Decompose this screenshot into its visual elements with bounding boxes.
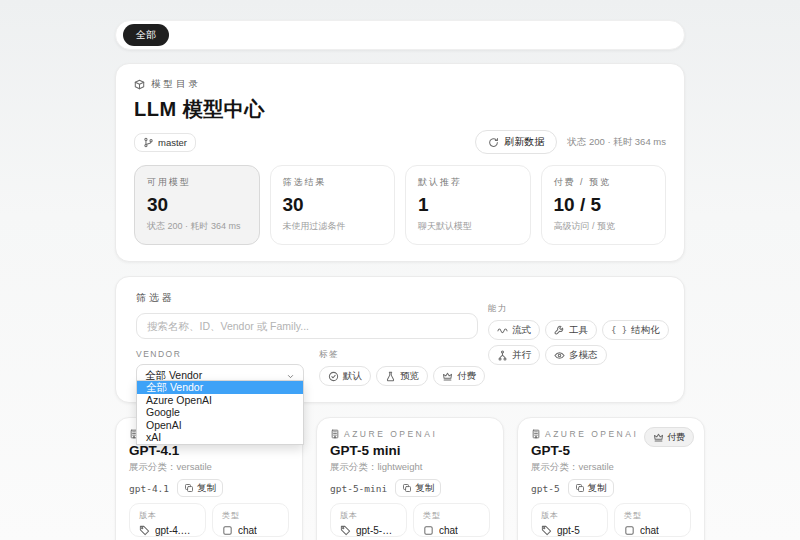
copy-label: 复制 [197,482,216,495]
flask-icon [385,371,396,382]
stat-value: 1 [418,194,518,216]
tag-icon [541,525,552,536]
fork-icon [497,350,508,361]
stat-label: 可用模型 [147,176,247,189]
square-icon [423,525,434,536]
field-value: gpt-5-mini [340,525,397,536]
field-value: gpt-4.1-2025-... [139,525,196,536]
chip-label: 预览 [400,370,419,383]
capabilities-label: 能力 [488,303,678,315]
model-id: gpt-5-mini [330,483,387,494]
model-display-category: 展示分类：versatile [129,461,289,474]
catalog-eyebrow: 模型目录 [134,78,666,91]
chip-label: 付费 [457,370,476,383]
stat-label: 付费 / 预览 [554,176,654,189]
vendor-label: VENDOR [136,349,304,359]
branch-name: master [158,137,187,148]
stat-value: 10 / 5 [554,194,654,216]
model-field: 版本 gpt-5 [531,503,608,537]
filter-chip[interactable]: 流式 [488,320,540,340]
stat-value: 30 [147,194,247,216]
stat-sub: 未使用过滤条件 [283,220,383,233]
model-id: gpt-4.1 [129,483,169,494]
paid-badge-label: 付费 [667,431,685,444]
chip-label: 默认 [343,370,362,383]
tag-icon [340,525,351,536]
model-card: AZURE OPENAI 付费 GPT-5 展示分类：versatile gpt… [517,417,705,540]
building-icon [330,429,340,439]
filter-chip[interactable]: { }结构化 [602,320,669,340]
tag-icon [139,525,150,536]
vendor-option[interactable]: Google [137,406,303,419]
field-label: 版本 [541,510,598,521]
field-value: chat [423,525,480,536]
model-display-category: 展示分类：versatile [531,461,691,474]
model-field: 类型 chat [413,503,490,537]
catalog-eyebrow-label: 模型目录 [151,78,201,91]
search-input[interactable] [136,313,478,339]
field-label: 版本 [139,510,196,521]
tags-label: 标签 [319,349,485,361]
model-name: GPT-5 mini [330,443,490,458]
header-meta-right: 刷新数据 状态 200 · 耗时 364 ms [475,130,666,154]
model-code-row: gpt-5-mini 复制 [330,481,490,495]
stat-card: 付费 / 预览 10 / 5 高级访问 / 预览 [541,165,667,245]
stat-value: 30 [283,194,383,216]
vendor-option[interactable]: OpenAI [137,419,303,432]
copy-button[interactable]: 复制 [395,479,441,497]
vendor-option[interactable]: xAI [137,431,303,444]
stat-sub: 聊天默认模型 [418,220,518,233]
building-icon [531,429,541,439]
vendor-option[interactable]: 全部 Vendor [137,381,303,394]
capability-chips: 流式 工具 { }结构化 并行 多模态 [488,320,678,365]
vendor-option[interactable]: Azure OpenAI [137,394,303,407]
model-fields: 版本 gpt-4.1-2025-... 类型 chat 模型族 gpt-4.1 [129,503,289,540]
filter-chip[interactable]: 并行 [488,345,540,365]
crown-icon [442,371,453,382]
refresh-icon [488,137,499,148]
wave-icon [497,325,508,336]
stat-sub: 状态 200 · 耗时 364 ms [147,220,247,233]
copy-icon [184,483,194,493]
field-value: chat [222,525,279,536]
field-label: 类型 [222,510,279,521]
model-id: gpt-5 [531,483,560,494]
branch-badge: master [134,133,196,152]
filter-chip[interactable]: 多模态 [545,345,607,365]
copy-button[interactable]: 复制 [568,479,614,497]
capabilities-group: 能力 流式 工具 { }结构化 并行 多模态 [488,303,678,365]
stat-card: 可用模型 30 状态 200 · 耗时 364 ms [134,165,260,245]
stat-card: 默认推荐 1 聊天默认模型 [405,165,531,245]
filter-chip[interactable]: 默认 [319,366,371,386]
model-code-row: gpt-5 复制 [531,481,691,495]
model-field: 版本 gpt-4.1-2025-... [129,503,206,537]
filter-chip[interactable]: 工具 [545,320,597,340]
copy-icon [575,483,585,493]
field-value: gpt-5 [541,525,598,536]
vendor-row: AZURE OPENAI [330,428,490,439]
model-name: GPT-4.1 [129,443,289,458]
model-field: 类型 chat [212,503,289,537]
tags-group: 标签 默认 预览 付费 [319,339,485,386]
stats-row: 可用模型 30 状态 200 · 耗时 364 ms 筛选结果 30 未使用过滤… [134,165,666,245]
catalog-box-icon [134,79,145,90]
copy-button[interactable]: 复制 [177,479,223,497]
filter-all-pill[interactable]: 全部 [123,24,169,46]
copy-label: 复制 [588,482,607,495]
vendor-name: AZURE OPENAI [545,429,638,439]
field-label: 版本 [340,510,397,521]
paid-badge: 付费 [644,427,694,447]
filter-chip[interactable]: 预览 [376,366,428,386]
header-meta-row: master 刷新数据 状态 200 · 耗时 364 ms [134,131,666,153]
chip-label: 多模态 [569,349,598,362]
filter-card: 筛选器 能力 流式 工具 { }结构化 并行 多模态 VENDOR 全部 Ven… [115,276,685,403]
field-label: 类型 [624,510,681,521]
vendor-name: AZURE OPENAI [344,429,437,439]
refresh-button[interactable]: 刷新数据 [475,130,557,154]
field-value: chat [624,525,681,536]
model-display-category: 展示分类：lightweight [330,461,490,474]
copy-label: 复制 [415,482,434,495]
tag-chips: 默认 预览 付费 [319,366,485,386]
model-fields: 版本 gpt-5-mini 类型 chat 模型族 gpt-5-mini [330,503,490,540]
filter-chip[interactable]: 付费 [433,366,485,386]
